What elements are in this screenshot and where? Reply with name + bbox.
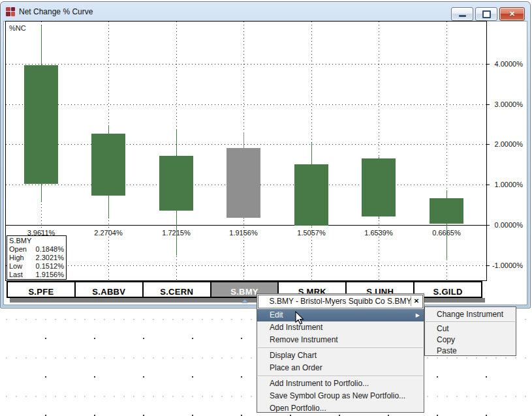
edit-submenu-separator bbox=[426, 321, 515, 323]
context-menu-item-edit[interactable]: Edit▶ bbox=[257, 309, 424, 321]
edit-submenu-item-change-instrument[interactable]: Change Instrument bbox=[425, 308, 516, 320]
app-icon-square bbox=[6, 12, 10, 16]
context-menu-item-open-portfolio[interactable]: Open Portfolio... bbox=[257, 402, 424, 413]
context-menu-title: S.BMY - Bristol-Myers Squibb Co S.BMY bbox=[270, 297, 412, 306]
y-axis-label: 2.0000% bbox=[489, 140, 523, 148]
candle-body-s-gild[interactable] bbox=[430, 198, 463, 224]
context-menu-close-icon[interactable]: ✕ bbox=[411, 296, 422, 306]
app-icon-square bbox=[6, 7, 10, 12]
candle-body-s-bmy[interactable] bbox=[227, 148, 260, 218]
context-menu-item-place-an-order[interactable]: Place an Order bbox=[257, 362, 424, 374]
y-axis: 4.0000%3.0000%2.0000%1.0000%0.0000%-1.00… bbox=[486, 0, 525, 302]
menu-item-label: Add Instrument to Portfolio... bbox=[270, 379, 369, 388]
menu-item-label: Change Instrument bbox=[437, 310, 503, 319]
ohlc-tooltip-rows: Open0.1848%High2.3021%Low0.1512%Last1.91… bbox=[9, 245, 64, 279]
candle-value-label-s-cern: 1.7215% bbox=[150, 229, 202, 237]
context-menu-item-display-chart[interactable]: Display Chart bbox=[257, 349, 424, 362]
menu-item-label: Place an Order bbox=[270, 363, 322, 372]
ohlc-tooltip: S.BMY Open0.1848%High2.3021%Low0.1512%La… bbox=[7, 235, 67, 280]
gridline-v bbox=[379, 22, 379, 280]
y-axis-label: 1.0000% bbox=[489, 181, 523, 188]
context-menu-separator bbox=[258, 348, 423, 349]
app-icon-square bbox=[11, 12, 16, 16]
candle-body-s-abbv[interactable] bbox=[91, 134, 125, 196]
y-axis-label: -1.0000% bbox=[489, 261, 523, 269]
window-titlebar[interactable]: Net Change % Curve ✕ bbox=[2, 3, 529, 20]
chart-corner-label: %NC bbox=[9, 24, 26, 32]
gridline-h bbox=[6, 225, 486, 226]
edit-submenu-item-copy[interactable]: Copy bbox=[425, 334, 516, 346]
symbol-tab-s-pfe[interactable]: S.PFE bbox=[7, 281, 76, 298]
menu-item-label: Copy bbox=[437, 335, 455, 344]
gridline-h bbox=[6, 144, 486, 145]
tooltip-row-value: 0.1848% bbox=[36, 245, 64, 254]
tooltip-symbol: S.BMY bbox=[9, 237, 64, 245]
tooltip-row-low: Low0.1512% bbox=[9, 262, 64, 271]
candle-body-s-mrk[interactable] bbox=[294, 164, 328, 226]
minimize-button[interactable] bbox=[451, 7, 473, 21]
gridline-h bbox=[6, 64, 486, 65]
context-menu-items: Edit▶Add InstrumentRemove InstrumentDisp… bbox=[257, 309, 424, 413]
candle-value-label-s-abbv: 2.2704% bbox=[82, 229, 134, 237]
context-menu-header: S.BMY - Bristol-Myers Squibb Co S.BMY ✕ bbox=[258, 295, 423, 308]
minimize-icon bbox=[459, 15, 466, 17]
candle-value-label-s-mrk: 1.5057% bbox=[285, 229, 337, 237]
menu-item-label: Display Chart bbox=[270, 351, 317, 360]
app-icon bbox=[6, 7, 15, 16]
context-menu-item-add-instrument-to-portfolio[interactable]: Add Instrument to Portfolio... bbox=[257, 378, 424, 390]
candle-value-label-s-unh: 1.6539% bbox=[352, 229, 405, 237]
gridline-h bbox=[6, 265, 486, 266]
context-menu-item-remove-instrument[interactable]: Remove Instrument bbox=[257, 334, 424, 346]
candle-body-s-cern[interactable] bbox=[159, 156, 193, 211]
symbol-tab-s-abbv[interactable]: S.ABBV bbox=[74, 281, 144, 298]
y-axis-label: 3.0000% bbox=[489, 100, 523, 108]
tooltip-row-value: 0.1512% bbox=[36, 262, 64, 271]
y-axis-tick bbox=[486, 104, 490, 105]
submenu-arrow-icon: ▶ bbox=[416, 309, 420, 321]
y-axis-label: 4.0000% bbox=[489, 60, 523, 68]
menu-item-label: Paste bbox=[437, 346, 457, 355]
y-axis-tick bbox=[486, 144, 490, 145]
tooltip-row-label: High bbox=[9, 254, 24, 262]
selected-symbol-indicator-icon bbox=[242, 299, 248, 303]
context-menu: S.BMY - Bristol-Myers Squibb Co S.BMY ✕ … bbox=[257, 293, 424, 413]
window-title: Net Change % Curve bbox=[19, 7, 93, 16]
menu-item-label: Edit bbox=[270, 310, 283, 319]
candle-value-label-s-bmy: 1.9156% bbox=[217, 229, 270, 237]
candle-value-label-s-gild: 0.6665% bbox=[420, 229, 473, 237]
y-axis-label: 0.0000% bbox=[489, 221, 523, 229]
app-icon-square bbox=[11, 7, 16, 12]
edit-submenu-item-cut[interactable]: Cut bbox=[425, 323, 516, 334]
edit-submenu-items: Change InstrumentCutCopyPaste bbox=[425, 308, 516, 356]
tooltip-row-value: 1.9156% bbox=[36, 271, 64, 279]
menu-item-label: Open Portfolio... bbox=[270, 404, 326, 413]
y-axis-tick bbox=[486, 225, 490, 226]
context-menu-separator bbox=[258, 376, 423, 377]
tooltip-row-open: Open0.1848% bbox=[9, 245, 64, 254]
symbol-tab-s-cern[interactable]: S.CERN bbox=[142, 281, 211, 298]
tooltip-row-label: Last bbox=[9, 271, 23, 279]
menu-item-label: Remove Instrument bbox=[270, 335, 338, 344]
gridline-h bbox=[6, 104, 486, 105]
edit-submenu-item-paste[interactable]: Paste bbox=[425, 346, 516, 356]
menu-item-label: Save Symbol Group as New Portfolio... bbox=[270, 391, 405, 400]
menu-item-label: Cut bbox=[437, 324, 449, 333]
y-axis-tick bbox=[486, 265, 490, 266]
tooltip-row-label: Low bbox=[9, 262, 22, 271]
tooltip-row-value: 2.3021% bbox=[36, 254, 64, 262]
context-menu-item-save-symbol-group-as-new-portfolio[interactable]: Save Symbol Group as New Portfolio... bbox=[257, 390, 424, 402]
tooltip-row-high: High2.3021% bbox=[9, 254, 64, 262]
candle-body-s-pfe[interactable] bbox=[24, 65, 58, 184]
mouse-cursor bbox=[295, 311, 305, 325]
y-axis-tick bbox=[486, 185, 490, 185]
chart-plot-area[interactable]: %NC 3.9611%2.2704%1.7215%1.9156%1.5057%1… bbox=[5, 21, 487, 281]
tooltip-row-last: Last1.9156% bbox=[9, 271, 64, 279]
context-menu-item-add-instrument[interactable]: Add Instrument bbox=[257, 321, 424, 334]
edit-submenu: Change InstrumentCutCopyPaste bbox=[424, 306, 516, 356]
y-axis-tick bbox=[486, 64, 490, 65]
candle-body-s-unh[interactable] bbox=[362, 158, 396, 216]
tooltip-row-label: Open bbox=[9, 245, 27, 254]
